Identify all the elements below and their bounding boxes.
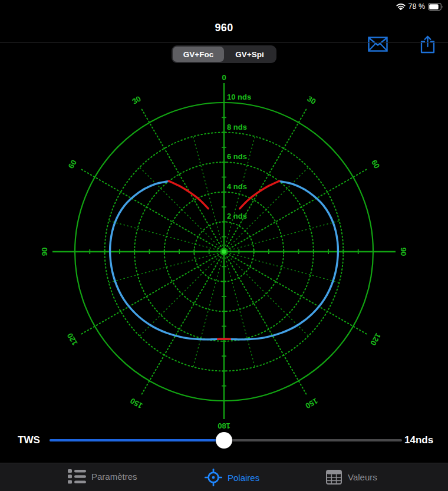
minor-radial-gridline [226,252,339,282]
tab-polaires[interactable]: Polaires [205,469,259,486]
tab-label: Paramètres [91,472,137,482]
angle-label: 150 [129,396,144,410]
tab-label: Valeurs [348,472,377,482]
tws-slider[interactable] [50,439,402,441]
angle-label: 60 [67,158,78,170]
polar-chart: 2 nds4 nds6 nds8 nds10 nds01803030606090… [0,0,448,491]
angle-label: 120 [65,331,80,347]
chart-center-dot [222,249,226,254]
major-radial-gridline [226,253,367,334]
angle-label: 0 [222,73,226,82]
ring-label: 8 nds [227,123,247,131]
minor-radial-gridline [226,167,308,250]
tws-slider-fill [50,439,224,441]
list-icon [68,469,86,485]
ring-label: 4 nds [227,182,247,191]
minor-radial-gridline [226,253,308,336]
major-radial-gridline [141,254,223,395]
tws-slider-row: TWS 14nds [0,428,448,453]
major-radial-gridline [81,253,222,334]
major-radial-gridline [81,169,222,251]
ring-label: 10 nds [227,93,251,101]
angle-label: 60 [370,158,381,170]
tws-value-label: 14nds [404,434,433,446]
tws-label: TWS [18,434,40,446]
tws-slider-thumb[interactable] [216,432,232,449]
angle-label: 90 [40,248,49,256]
minor-radial-gridline [140,253,222,336]
major-radial-gridline [141,108,223,249]
angle-label: 120 [368,331,383,347]
major-radial-gridline [226,169,367,251]
polar-target-icon [205,469,222,486]
angle-label: 30 [306,94,318,106]
tab-parametres[interactable]: Paramètres [68,469,137,485]
minor-radial-gridline [140,167,222,250]
upwind-limit-port [169,181,208,209]
tab-label: Polaires [228,473,259,483]
ring-label: 2 nds [227,212,247,220]
tab-bar: Paramètres Polaires Vale [0,463,448,491]
ring-label: 6 nds [227,152,247,161]
tab-valeurs[interactable]: Valeurs [325,469,377,486]
major-radial-gridline [225,254,307,395]
angle-label: 90 [399,248,408,256]
angle-label: 150 [304,396,319,410]
table-icon [325,469,342,486]
angle-label: 30 [130,94,142,106]
minor-radial-gridline [193,254,223,367]
app-screen: 78 % 960 GV+Foc GV+Spi 2 nds4 nds6 nds8 … [0,0,448,491]
